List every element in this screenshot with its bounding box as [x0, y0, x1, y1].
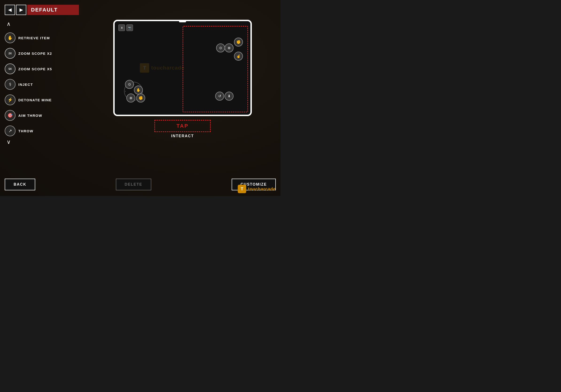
nav-next-button[interactable]: ▶ [16, 5, 26, 15]
action-btn-1[interactable]: ✋ [134, 86, 143, 95]
watermark: T toucharcade [140, 63, 184, 73]
nav-prev-button[interactable]: ◀ [5, 5, 15, 15]
tap-zone: TAP INTERACT [154, 120, 211, 138]
shoot-icon: ⊙ [219, 46, 222, 50]
content-area: ∧ ✋ RETRIEVE ITEM 2X ZOOM SCOPE X2 5X ZO… [5, 20, 276, 145]
zoom-x5-label: ZOOM SCOPE X5 [18, 67, 52, 71]
aim-btn[interactable]: ⊕ [225, 44, 234, 52]
retrieve-item-icon: ✋ [5, 33, 15, 43]
interact-btn[interactable]: ☝ [234, 52, 243, 61]
interact-label: INTERACT [154, 134, 211, 138]
ta-logo-text: toucharcade [248, 187, 276, 192]
detonate-mine-label: DETONATE MINE [18, 98, 52, 102]
action-icon-2: ⊕ [129, 96, 132, 100]
zoom-x5-icon: 5X [5, 64, 15, 74]
bottom-bar: BACK DELETE CUSTOMIZE [5, 179, 276, 190]
move-btn[interactable]: ⊙ [125, 80, 134, 89]
action-icon-3: ✊ [139, 96, 143, 100]
joystick-left: ‹ [125, 90, 126, 93]
throw-icon: ↗ [5, 126, 15, 136]
preset-name: DEFAULT [31, 7, 58, 13]
scroll-up-arrow[interactable]: ∧ [5, 20, 85, 28]
aim-icon: ⊕ [228, 46, 231, 50]
device-preview-panel: T toucharcade ⏸ 📷 ∧ [89, 20, 276, 138]
screenshot-icon: 📷 [128, 26, 131, 29]
pause-icon: ⏸ [120, 26, 123, 29]
ta-logo-icon: T [238, 185, 246, 193]
zoom-x2-icon: 2X [5, 48, 15, 59]
tap-box[interactable]: TAP [154, 120, 211, 132]
back-button[interactable]: BACK [5, 179, 35, 190]
detonate-mine-icon: ⚡ [5, 95, 15, 105]
list-item[interactable]: ✋ RETRIEVE ITEM [5, 30, 85, 46]
list-item[interactable]: 5X ZOOM SCOPE X5 [5, 61, 85, 76]
reload-btn[interactable]: ↺ [215, 92, 224, 101]
tablet-frame: T toucharcade ⏸ 📷 ∧ [113, 20, 252, 116]
preset-name-bar: DEFAULT [27, 5, 79, 15]
retrieve-item-label: RETRIEVE ITEM [18, 36, 50, 40]
delete-button[interactable]: DELETE [116, 179, 151, 190]
tablet-top-icons: ⏸ 📷 [119, 24, 133, 31]
zoom-x2-label: ZOOM SCOPE X2 [18, 52, 52, 55]
watermark-text: toucharcade [151, 65, 184, 71]
action-icon-1: ✋ [136, 88, 141, 92]
main-container: ◀ ▶ DEFAULT ∧ ✋ RETRIEVE ITEM 2X ZOOM SC… [0, 0, 280, 196]
inject-icon: ⚕ [5, 79, 15, 90]
list-item[interactable]: 🎯 AIM THROW [5, 108, 85, 123]
crouch-icon: ⬇ [228, 94, 231, 98]
list-item[interactable]: 2X ZOOM SCOPE X2 [5, 46, 85, 61]
pause-button[interactable]: ⏸ [119, 24, 125, 31]
action-list-panel: ∧ ✋ RETRIEVE ITEM 2X ZOOM SCOPE X2 5X ZO… [5, 20, 85, 145]
melee-icon: ✊ [236, 40, 241, 44]
list-item[interactable]: ⚡ DETONATE MINE [5, 92, 85, 108]
list-item[interactable]: ↗ THROW [5, 123, 85, 139]
watermark-icon: T [140, 63, 149, 73]
action-btn-2[interactable]: ⊕ [126, 94, 135, 102]
inject-label: INJECT [18, 83, 33, 87]
tap-label: TAP [176, 123, 188, 129]
header: ◀ ▶ DEFAULT [5, 5, 276, 15]
toucharcade-logo: T toucharcade [238, 185, 276, 193]
aim-throw-icon: 🎯 [5, 110, 15, 121]
throw-label: THROW [18, 129, 33, 133]
screenshot-button[interactable]: 📷 [126, 24, 133, 31]
aim-throw-label: AIM THROW [18, 113, 42, 118]
reload-icon: ↺ [218, 94, 221, 98]
move-icon: ⊙ [128, 82, 131, 87]
list-item[interactable]: ⚕ INJECT [5, 76, 85, 92]
shoot-btn[interactable]: ⊙ [216, 44, 225, 52]
crouch-btn[interactable]: ⬇ [225, 92, 234, 101]
action-btn-3[interactable]: ✊ [136, 94, 145, 102]
ta-text-arcade: arcade [261, 187, 276, 191]
scroll-down-arrow[interactable]: ∨ [5, 138, 13, 146]
interact-icon: ☝ [236, 54, 241, 58]
melee-btn[interactable]: ✊ [234, 38, 243, 46]
ta-text-touch: touch [248, 187, 261, 191]
